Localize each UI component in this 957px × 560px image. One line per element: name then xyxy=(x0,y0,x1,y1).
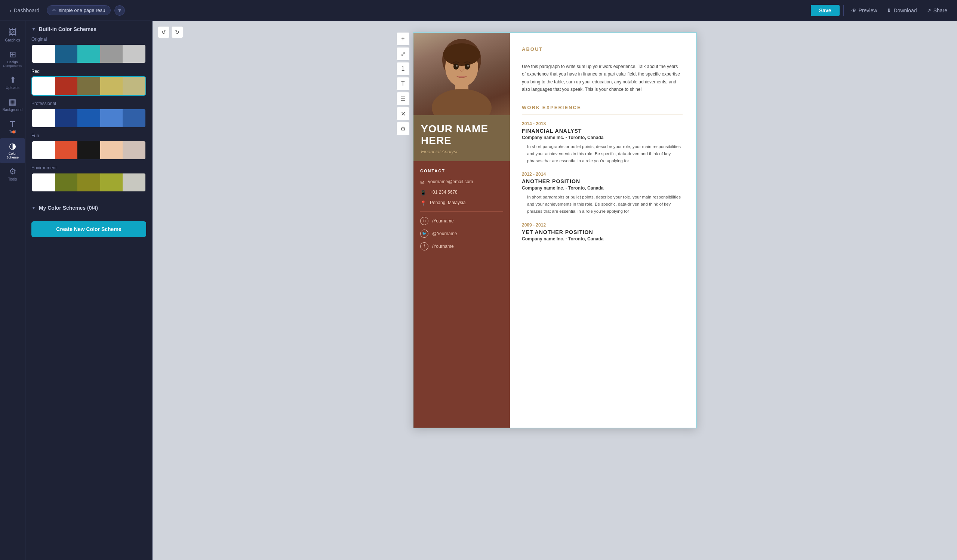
job-title-3: YET ANOTHER POSITION xyxy=(522,229,682,235)
scheme-red-swatches[interactable] xyxy=(32,76,146,96)
contact-location: 📍 Penang, Malaysia xyxy=(420,200,503,206)
svg-point-6 xyxy=(465,63,470,69)
share-button[interactable]: ↗ Share xyxy=(923,5,951,16)
builtin-chevron-icon: ▼ xyxy=(32,27,36,32)
color-scheme-icon: ◑ xyxy=(9,142,16,150)
move-button[interactable]: ⤢ xyxy=(396,47,410,61)
sidebar-item-text[interactable]: T Text xyxy=(0,116,25,137)
scheme-original-swatches[interactable] xyxy=(32,44,146,63)
top-nav: ‹ Dashboard ✏ simple one page resu ▾ Sav… xyxy=(0,0,957,21)
work-entry-2: 2012 - 2014 ANOTHER POSITION Company nam… xyxy=(522,172,682,215)
icon-nav: 🖼 Graphics ⊞ Design Components ⬆ Uploads… xyxy=(0,21,25,560)
facebook-icon: f xyxy=(420,242,428,251)
svg-point-2 xyxy=(443,43,480,66)
resume-name: YOUR NAME HERE xyxy=(421,123,502,147)
undo-redo-controls: ↺ ↻ xyxy=(158,26,183,38)
work-heading: WORK EXPERIENCE xyxy=(522,105,682,110)
work-years-3: 2009 - 2012 xyxy=(522,222,682,228)
resume-right-column: ABOUT Use this paragraph to write sum up… xyxy=(510,33,696,427)
swatch-5 xyxy=(123,174,145,191)
create-scheme-button[interactable]: Create New Color Scheme xyxy=(32,221,146,237)
scheme-environment-swatches[interactable] xyxy=(32,173,146,192)
photo-block[interactable] xyxy=(414,33,510,115)
scheme-original[interactable]: Original xyxy=(32,36,146,63)
resume-left-column: YOUR NAME HERE Financial Analyst CONTACT… xyxy=(414,33,510,427)
person-svg xyxy=(414,33,510,115)
scheme-red[interactable]: Red xyxy=(32,69,146,96)
scheme-professional[interactable]: Professional xyxy=(32,101,146,128)
builtin-schemes-header[interactable]: ▼ Built-in Color Schemes xyxy=(32,26,146,32)
location-icon: 📍 xyxy=(420,200,426,206)
work-divider xyxy=(522,114,682,114)
scheme-environment[interactable]: Environment xyxy=(32,165,146,192)
side-toolbar: + ⤢ 1 T ☰ ✕ ⚙ xyxy=(396,32,410,135)
email-icon: ✉ xyxy=(420,180,424,185)
work-years-2: 2012 - 2014 xyxy=(522,172,682,177)
company-3: Company name Inc. - Toronto, Canada xyxy=(522,236,682,241)
delete-button[interactable]: ✕ xyxy=(396,107,410,120)
my-schemes-header[interactable]: ▼ My Color Schemes (0/4) xyxy=(32,205,146,211)
svg-point-7 xyxy=(456,65,458,67)
font-button[interactable]: T xyxy=(396,77,410,90)
swatch-1 xyxy=(32,109,55,127)
download-icon: ⬇ xyxy=(887,8,891,13)
linkedin-icon: in xyxy=(420,217,428,225)
chevron-down-icon: ▾ xyxy=(118,7,121,14)
share-icon: ↗ xyxy=(927,8,931,13)
sidebar-item-uploads[interactable]: ⬆ Uploads xyxy=(0,72,25,93)
nav-divider xyxy=(843,5,844,16)
company-2: Company name Inc. - Toronto, Canada xyxy=(522,185,682,191)
resume-wrap: + ⤢ 1 T ☰ ✕ ⚙ xyxy=(413,32,697,549)
settings-button[interactable]: ⚙ xyxy=(396,122,410,135)
swatch-1 xyxy=(32,141,55,159)
scheme-professional-swatches[interactable] xyxy=(32,109,146,128)
work-entry-1: 2014 - 2018 FINANCIAL ANALYST Company na… xyxy=(522,121,682,164)
scheme-fun-swatches[interactable] xyxy=(32,140,146,160)
social-facebook: f /Yourname xyxy=(420,242,503,251)
contact-phone: 📱 +01 234 5678 xyxy=(420,189,503,196)
contact-block: CONTACT ✉ yourname@email.com 📱 +01 234 5… xyxy=(414,161,510,427)
resume-page[interactable]: YOUR NAME HERE Financial Analyst CONTACT… xyxy=(413,32,697,428)
eye-icon: 👁 xyxy=(851,8,856,13)
contact-email: ✉ yourname@email.com xyxy=(420,179,503,185)
svg-point-5 xyxy=(453,63,459,69)
work-experience-section: WORK EXPERIENCE 2014 - 2018 FINANCIAL AN… xyxy=(522,105,682,242)
swatch-3 xyxy=(77,141,100,159)
layers-button[interactable]: ☰ xyxy=(396,92,410,106)
filename-pill[interactable]: ✏ simple one page resu xyxy=(47,5,111,15)
swatch-5 xyxy=(123,141,145,159)
contact-heading: CONTACT xyxy=(420,169,503,173)
swatch-2 xyxy=(55,174,78,191)
swatch-3 xyxy=(77,45,100,63)
swatch-2 xyxy=(55,77,78,95)
about-divider xyxy=(522,56,682,56)
name-block[interactable]: YOUR NAME HERE Financial Analyst xyxy=(414,115,510,161)
job-title-1: FINANCIAL ANALYST xyxy=(522,128,682,134)
add-element-button[interactable]: + xyxy=(396,32,410,46)
preview-button[interactable]: 👁 Preview xyxy=(848,5,881,16)
svg-point-4 xyxy=(432,89,491,115)
undo-button[interactable]: ↺ xyxy=(158,26,170,38)
swatch-2 xyxy=(55,45,78,63)
canvas-area[interactable]: ↺ ↻ + ⤢ 1 T ☰ ✕ ⚙ xyxy=(153,21,957,560)
sidebar-item-background[interactable]: ▦ Background xyxy=(0,94,25,115)
main-layout: 🖼 Graphics ⊞ Design Components ⬆ Uploads… xyxy=(0,21,957,560)
sidebar-item-tools[interactable]: ⚙ Tools xyxy=(0,164,25,185)
sidebar-item-color-scheme[interactable]: ◑ Color Scheme xyxy=(0,138,25,163)
work-entry-3: 2009 - 2012 YET ANOTHER POSITION Company… xyxy=(522,222,682,241)
filename-dropdown[interactable]: ▾ xyxy=(114,5,125,16)
scheme-fun[interactable]: Fun xyxy=(32,133,146,160)
filename-text: simple one page resu xyxy=(59,8,105,13)
swatch-3 xyxy=(77,77,100,95)
social-linkedin: in /Yourname xyxy=(420,217,503,225)
redo-button[interactable]: ↻ xyxy=(171,26,183,38)
page-number-button[interactable]: 1 xyxy=(396,62,410,76)
sidebar-item-design-components[interactable]: ⊞ Design Components xyxy=(0,47,25,71)
job-desc-1: In short paragraphs or bullet points, de… xyxy=(527,143,682,164)
swatch-5 xyxy=(123,45,145,63)
download-button[interactable]: ⬇ Download xyxy=(883,5,921,16)
swatch-5 xyxy=(123,109,145,127)
sidebar-item-graphics[interactable]: 🖼 Graphics xyxy=(0,25,25,46)
dashboard-button[interactable]: ‹ Dashboard xyxy=(6,5,43,16)
save-button[interactable]: Save xyxy=(811,5,840,16)
